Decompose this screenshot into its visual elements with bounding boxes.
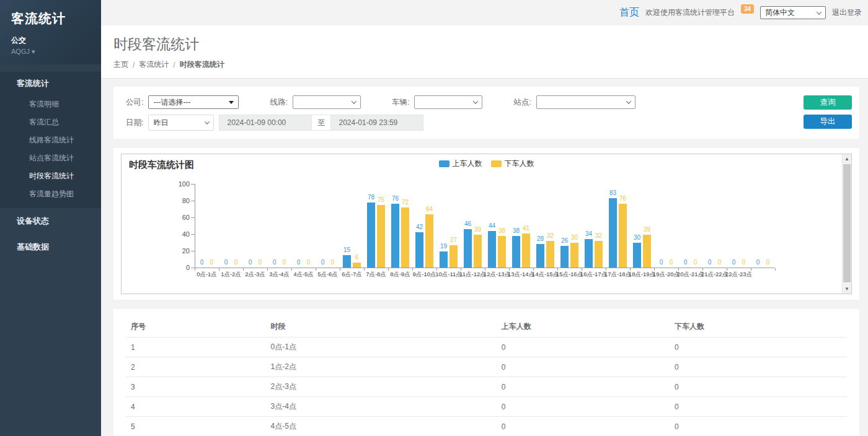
sidebar-item-base-data[interactable]: 基础数据 bbox=[0, 234, 101, 260]
bar bbox=[546, 241, 554, 268]
query-button[interactable]: 查询 bbox=[804, 95, 852, 110]
bar-value: 32 bbox=[588, 232, 609, 239]
bar-value: 41 bbox=[516, 225, 537, 232]
table-cell: 0 bbox=[670, 357, 847, 377]
date-end-input[interactable]: 2024-01-09 23:59 bbox=[330, 115, 423, 131]
bar bbox=[570, 243, 578, 268]
bar bbox=[585, 239, 593, 268]
table-panel: 序号 时段 上车人数 下车人数 10点-1点0021点-2点0032点-3点00… bbox=[113, 309, 859, 436]
table-cell: 0 bbox=[497, 417, 670, 436]
table-cell: 4点-5点 bbox=[266, 417, 497, 436]
bar-value: 27 bbox=[443, 237, 464, 243]
line-select[interactable] bbox=[293, 95, 361, 109]
date-start-input[interactable]: 2024-01-09 00:00 bbox=[219, 115, 312, 131]
line-label: 线路: bbox=[270, 97, 287, 108]
x-axis-tick bbox=[775, 268, 776, 271]
bar-value: 76 bbox=[613, 195, 634, 202]
table-cell: 0 bbox=[670, 338, 847, 357]
table-cell: 0 bbox=[670, 377, 847, 397]
y-axis-label: 80 bbox=[157, 197, 190, 204]
y-axis-tick bbox=[191, 217, 195, 218]
chevron-down-icon bbox=[626, 98, 631, 103]
language-select-value: 简体中文 bbox=[765, 7, 795, 18]
bar bbox=[367, 203, 375, 268]
sidebar-item-line-stats[interactable]: 线路客流统计 bbox=[0, 131, 101, 149]
chart-panel: 时段车流统计图 上车人数下车人数 0204060801000点-1点1点-2点2… bbox=[113, 148, 859, 300]
date-between-label: 至 bbox=[312, 115, 330, 131]
bar bbox=[377, 205, 385, 268]
bar bbox=[595, 241, 603, 268]
bar bbox=[425, 214, 433, 268]
home-link[interactable]: 首页 bbox=[619, 6, 639, 19]
sidebar-item-passenger-stats[interactable]: 客流统计 bbox=[0, 72, 101, 95]
bar-value: 6 bbox=[347, 254, 368, 261]
user-dropdown[interactable]: AQGJ ▾ bbox=[11, 48, 90, 56]
table-row: 21点-2点00 bbox=[126, 357, 847, 377]
language-select[interactable]: 简体中文 bbox=[760, 6, 826, 19]
bar bbox=[522, 233, 530, 268]
bar bbox=[464, 229, 472, 268]
scroll-up-arrow-icon[interactable]: ▲ bbox=[843, 154, 851, 164]
date-label: 日期: bbox=[126, 118, 143, 128]
app-logo: 客流统计 bbox=[11, 10, 90, 27]
bar bbox=[619, 204, 627, 268]
table-cell: 0 bbox=[497, 397, 670, 417]
table-cell: 4 bbox=[126, 397, 266, 417]
content: 公司: ---请选择--- 线路: 车辆: bbox=[101, 79, 868, 436]
company-select[interactable]: ---请选择--- bbox=[148, 95, 239, 109]
bar-value: 0 bbox=[322, 259, 343, 266]
logout-link[interactable]: 退出登录 bbox=[832, 7, 862, 18]
chevron-down-icon bbox=[352, 98, 356, 103]
col-header-index: 序号 bbox=[126, 316, 266, 338]
breadcrumb-item[interactable]: 客流统计 bbox=[139, 59, 169, 70]
bar bbox=[450, 245, 458, 268]
welcome-text: 欢迎使用客流统计管理平台 bbox=[645, 7, 735, 18]
notification-badge: 34 bbox=[741, 4, 754, 14]
sidebar-item-device-status[interactable]: 设备状态 bbox=[0, 208, 101, 234]
bar bbox=[609, 198, 617, 268]
bar-value: 72 bbox=[395, 199, 416, 206]
breadcrumb-item: 时段客流统计 bbox=[180, 59, 224, 70]
chart-plot: 0204060801000点-1点1点-2点2点-3点3点-4点4点-5点5点-… bbox=[122, 154, 851, 294]
bar-value: 39 bbox=[637, 226, 658, 233]
table-cell: 3点-4点 bbox=[266, 397, 497, 417]
scrollbar-thumb[interactable] bbox=[843, 164, 851, 282]
table-cell: 1点-2点 bbox=[266, 357, 497, 377]
col-header-period: 时段 bbox=[266, 316, 497, 338]
col-header-boarding: 上车人数 bbox=[497, 316, 670, 338]
line-filter: 线路: bbox=[270, 95, 360, 109]
sidebar: 客流统计 公交 AQGJ ▾ 客流统计 客流明细 客流汇总 线路客流统计 站点客… bbox=[0, 0, 101, 436]
scroll-down-arrow-icon[interactable]: ▼ bbox=[843, 284, 851, 294]
sidebar-item-trend-chart[interactable]: 客流量趋势图 bbox=[0, 185, 101, 203]
bar bbox=[401, 207, 409, 268]
nav-submenu: 客流明细 客流汇总 线路客流统计 站点客流统计 时段客流统计 客流量趋势图 bbox=[0, 95, 101, 208]
breadcrumb: 主页/客流统计/时段客流统计 bbox=[113, 59, 856, 70]
sidebar-item-passenger-detail[interactable]: 客流明细 bbox=[0, 95, 101, 113]
filter-row-2: 日期: 昨日 2024-01-09 00:00 至 2024-01-09 23:… bbox=[126, 115, 773, 131]
bar bbox=[353, 263, 361, 268]
vehicle-select[interactable] bbox=[414, 95, 482, 109]
filter-panel: 公司: ---请选择--- 线路: 车辆: bbox=[113, 87, 859, 139]
y-axis-label: 40 bbox=[157, 230, 190, 238]
table-row: 10点-1点00 bbox=[126, 338, 847, 357]
chart-scrollbar[interactable]: ▲ ▼ bbox=[842, 154, 851, 294]
bar bbox=[391, 204, 399, 268]
station-select[interactable] bbox=[536, 95, 636, 109]
time-period-chart: 时段车流统计图 上车人数下车人数 0204060801000点-1点1点-2点2… bbox=[121, 154, 852, 294]
export-button[interactable]: 导出 bbox=[804, 115, 852, 129]
main-area: 首页 欢迎使用客流统计管理平台 34 简体中文 退出登录 时段客流统计 主页/客… bbox=[101, 0, 868, 436]
breadcrumb-item[interactable]: 主页 bbox=[113, 59, 128, 70]
station-filter: 站点: bbox=[513, 95, 635, 109]
sidebar-item-timeperiod-stats[interactable]: 时段客流统计 bbox=[0, 167, 101, 185]
table-cell: 0 bbox=[497, 357, 670, 377]
sidebar-item-station-stats[interactable]: 站点客流统计 bbox=[0, 149, 101, 167]
company-filter: 公司: ---请选择--- bbox=[126, 95, 239, 109]
date-preset-select[interactable]: 昨日 bbox=[148, 115, 214, 131]
bar bbox=[440, 251, 448, 268]
date-preset-value: 昨日 bbox=[153, 118, 168, 128]
table-cell: 1 bbox=[126, 338, 266, 357]
table-cell: 2点-3点 bbox=[266, 377, 497, 397]
vehicle-label: 车辆: bbox=[392, 97, 409, 108]
y-axis-label: 100 bbox=[157, 180, 190, 188]
sidebar-item-passenger-summary[interactable]: 客流汇总 bbox=[0, 113, 101, 131]
